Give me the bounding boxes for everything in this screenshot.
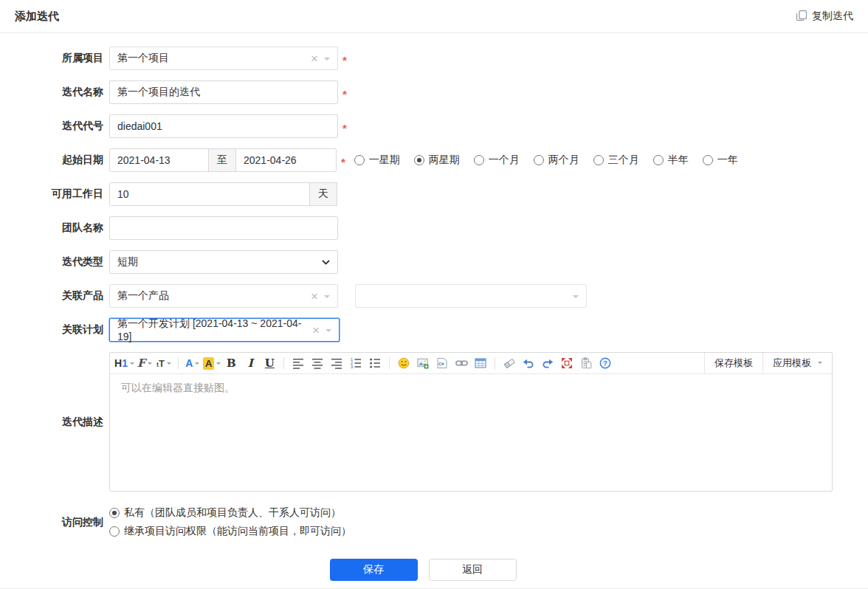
highlight-color-icon[interactable]: A — [203, 355, 221, 372]
bold-icon[interactable]: B — [222, 355, 240, 372]
type-label: 迭代类型 — [0, 255, 109, 269]
workdays-row: 可用工作日 10 天 — [0, 182, 868, 206]
undo-icon[interactable] — [520, 355, 537, 372]
branch-picker[interactable] — [355, 284, 587, 308]
duration-option[interactable]: 两星期 — [414, 154, 460, 167]
product-value: 第一个产品 — [117, 289, 169, 303]
duration-option[interactable]: 一年 — [703, 154, 738, 167]
text-color-icon[interactable]: A — [184, 355, 202, 372]
duration-option-label: 两星期 — [429, 154, 460, 167]
apply-template-button[interactable]: 应用模板 — [762, 353, 832, 374]
copy-iteration-button[interactable]: 复制迭代 — [796, 10, 853, 24]
date-separator: 至 — [208, 148, 236, 172]
editor-content-area[interactable]: 可以在编辑器直接贴图。 — [110, 374, 832, 491]
chevron-down-icon[interactable] — [573, 295, 579, 301]
align-right-icon[interactable] — [328, 355, 345, 372]
type-row: 迭代类型 短期 — [0, 250, 868, 274]
emoji-icon[interactable] — [395, 355, 413, 372]
radio-unchecked-icon[interactable] — [109, 526, 120, 537]
clear-icon[interactable]: × — [311, 290, 318, 303]
radio-unchecked-icon[interactable] — [354, 155, 365, 165]
acl-option[interactable]: 继承项目访问权限（能访问当前项目，即可访问） — [109, 525, 351, 538]
radio-unchecked-icon[interactable] — [653, 155, 664, 165]
apply-template-label: 应用模板 — [773, 356, 811, 370]
duration-option-label: 一年 — [717, 154, 738, 167]
back-button[interactable]: 返回 — [429, 559, 517, 581]
table-icon[interactable] — [472, 355, 489, 372]
save-button[interactable]: 保存 — [330, 559, 418, 581]
workdays-input[interactable]: 10 — [109, 182, 310, 206]
team-name-input[interactable] — [109, 216, 338, 240]
acl-option-label: 私有（团队成员和项目负责人、干系人可访问） — [124, 506, 341, 520]
project-picker[interactable]: 第一个项目 × — [109, 46, 338, 70]
workdays-label: 可用工作日 — [0, 187, 109, 201]
template-buttons: 保存模板 应用模板 — [704, 353, 832, 374]
description-row: 迭代描述 H1FtTAABIU123C#? 保存模板 应用模板 可以在编辑器直接… — [0, 352, 868, 492]
heading-icon[interactable]: H1 — [114, 355, 134, 372]
duration-option[interactable]: 半年 — [653, 154, 689, 167]
radio-unchecked-icon[interactable] — [474, 155, 484, 165]
acl-option[interactable]: 私有（团队成员和项目负责人、干系人可访问） — [109, 506, 351, 520]
chevron-down-icon — [130, 362, 134, 367]
acl-label: 访问控制 — [0, 516, 109, 529]
dates-row: 起始日期 2021-04-13 至 2021-04-26 * 一星期两星期一个月… — [0, 148, 868, 172]
required-mark: * — [342, 54, 347, 66]
plan-value: 第一个开发计划 [2021-04-13 ~ 2021-04-19] — [117, 317, 303, 342]
code-icon[interactable]: C# — [433, 355, 451, 372]
duration-option[interactable]: 一个月 — [474, 154, 520, 167]
iteration-code-input[interactable]: diedai001 — [109, 114, 338, 138]
link-icon[interactable] — [452, 355, 470, 372]
iteration-type-select[interactable]: 短期 — [109, 250, 338, 274]
radio-checked-icon[interactable] — [414, 155, 424, 165]
team-row: 团队名称 — [0, 216, 868, 240]
chevron-down-icon — [818, 362, 822, 366]
chevron-down-icon[interactable] — [324, 295, 330, 301]
duration-option[interactable]: 两个月 — [534, 154, 579, 167]
duration-option[interactable]: 三个月 — [593, 154, 639, 167]
svg-text:?: ? — [603, 359, 607, 367]
project-row: 所属项目 第一个项目 × * — [0, 46, 868, 70]
begin-date-input[interactable]: 2021-04-13 — [109, 148, 209, 172]
svg-text:3: 3 — [351, 365, 353, 369]
help-icon[interactable]: ? — [596, 355, 614, 372]
product-label: 关联产品 — [0, 289, 109, 303]
chevron-down-icon[interactable] — [326, 329, 331, 335]
clear-icon[interactable]: × — [312, 324, 320, 337]
align-left-icon[interactable] — [289, 355, 307, 372]
chevron-down-icon — [195, 362, 199, 367]
eraser-icon[interactable] — [500, 355, 518, 372]
underline-icon[interactable]: U — [261, 355, 278, 372]
page-title: 添加迭代 — [15, 10, 59, 24]
dates-label: 起始日期 — [0, 154, 109, 167]
align-center-icon[interactable] — [309, 355, 326, 372]
fullscreen-icon[interactable] — [558, 355, 576, 372]
image-icon[interactable] — [414, 355, 432, 372]
code-row: 迭代代号 diedai001 * — [0, 114, 868, 138]
toolbar-separator — [283, 357, 284, 369]
clear-icon[interactable]: × — [311, 52, 318, 65]
plan-picker[interactable]: 第一个开发计划 [2021-04-13 ~ 2021-04-19] × — [109, 318, 340, 342]
save-template-button[interactable]: 保存模板 — [704, 353, 762, 374]
acl-row: 访问控制 私有（团队成员和项目负责人、干系人可访问）继承项目访问权限（能访问当前… — [0, 506, 868, 538]
paste-icon[interactable] — [577, 355, 595, 372]
chevron-down-icon[interactable] — [324, 58, 330, 63]
ordered-list-icon[interactable]: 123 — [347, 355, 365, 372]
font-size-icon[interactable]: tT — [155, 355, 173, 372]
product-picker[interactable]: 第一个产品 × — [109, 284, 338, 308]
duration-option-label: 一个月 — [489, 154, 520, 167]
redo-icon[interactable] — [539, 355, 557, 372]
radio-unchecked-icon[interactable] — [593, 155, 604, 165]
iteration-name-input[interactable]: 第一个项目的迭代 — [109, 80, 338, 104]
end-date-input[interactable]: 2021-04-26 — [235, 148, 337, 172]
font-family-icon[interactable]: F — [136, 355, 154, 372]
plan-row: 关联计划 第一个开发计划 [2021-04-13 ~ 2021-04-19] × — [0, 318, 868, 342]
toolbar-icon-strip: H1FtTAABIU123C#? — [114, 355, 615, 372]
radio-unchecked-icon[interactable] — [703, 155, 713, 165]
radio-checked-icon[interactable] — [109, 508, 120, 518]
chevron-down-icon — [216, 362, 221, 367]
italic-icon[interactable]: I — [241, 355, 259, 372]
radio-unchecked-icon[interactable] — [534, 155, 544, 165]
unordered-list-icon[interactable] — [366, 355, 384, 372]
project-label: 所属项目 — [0, 52, 109, 65]
duration-option[interactable]: 一星期 — [354, 154, 400, 167]
